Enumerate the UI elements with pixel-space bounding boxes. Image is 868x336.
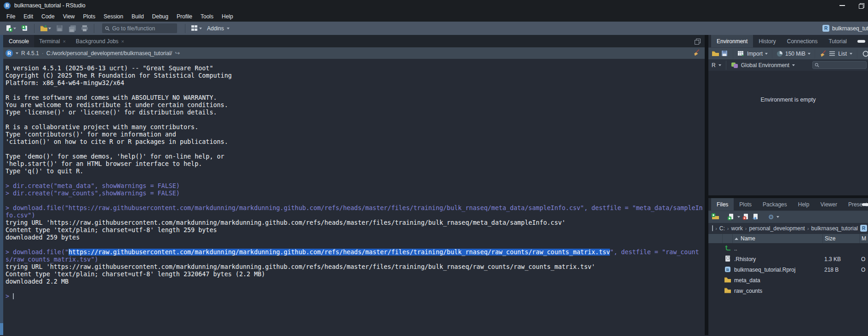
save-all-button[interactable] (67, 24, 77, 33)
menu-plots[interactable]: Plots (79, 12, 100, 21)
tab-background-jobs[interactable]: Background Jobs× (71, 35, 129, 47)
rename-file-icon[interactable] (752, 213, 759, 221)
files-tab-packages[interactable]: Packages (757, 198, 793, 211)
environment-tab-tutorial[interactable]: Tutorial (823, 35, 852, 47)
panes-layout-button[interactable] (190, 24, 203, 33)
import-caret-icon[interactable] (765, 53, 768, 55)
delete-file-icon[interactable] (742, 213, 750, 221)
file-row--Rhistory[interactable]: .Rhistory1.3 KBO (708, 254, 868, 264)
close-tab-icon[interactable]: × (63, 39, 65, 44)
breadcrumb-segment[interactable]: bulkrnaseq_tutorial (811, 225, 858, 232)
vertical-pane-splitter[interactable] (705, 35, 708, 335)
load-workspace-icon[interactable] (712, 50, 719, 57)
menu-profile[interactable]: Profile (172, 12, 196, 21)
breadcrumb-segment[interactable]: personal_development (749, 225, 805, 232)
clear-objects-broom-icon[interactable] (819, 50, 827, 57)
menu-edit[interactable]: Edit (19, 12, 37, 21)
display-mode-button[interactable]: List (838, 51, 847, 57)
save-button[interactable] (55, 24, 65, 33)
close-tab-icon[interactable]: × (121, 39, 124, 44)
menu-code[interactable]: Code (37, 12, 59, 21)
console-text: > download.file("https://raw.githubuserc… (6, 205, 703, 211)
environment-search-input[interactable] (819, 63, 864, 68)
scope-caret-icon[interactable] (792, 64, 795, 66)
list-caret-icon[interactable] (850, 53, 852, 55)
goto-directory-icon[interactable]: ↪ (175, 50, 180, 57)
addins-button[interactable]: Addins (206, 24, 231, 33)
project-menu-button[interactable]: R bulkrnaseq_tuto (822, 22, 868, 35)
breadcrumb-root-icon[interactable] (712, 225, 713, 231)
environment-stack-icon (731, 62, 738, 68)
restore-panes-icon[interactable] (695, 39, 700, 44)
console-left-strip (0, 35, 3, 335)
modified-column-header[interactable]: M (859, 234, 868, 243)
environment-search[interactable] (812, 61, 867, 69)
files-tab-viewer[interactable]: Viewer (815, 198, 842, 211)
more-caret-icon[interactable] (776, 216, 779, 218)
menu-build[interactable]: Build (127, 12, 148, 21)
console-line: R is a collaborative project with many c… (6, 124, 705, 131)
new-file-icon[interactable] (728, 213, 735, 221)
minimize-pane-icon[interactable] (857, 40, 865, 43)
file-name[interactable]: bulkrnaseq_tutorial.Rproj (732, 267, 822, 273)
panes-grid-icon (191, 25, 198, 32)
file-name[interactable]: raw_counts (732, 288, 822, 294)
menu-view[interactable]: View (59, 12, 79, 21)
console-output[interactable]: R version 4.5.1 (2025-06-13 ucrt) -- "Gr… (0, 59, 705, 300)
environment-scope-selector[interactable]: Global Environment (741, 62, 789, 68)
tab-console[interactable]: Console (4, 35, 34, 47)
goto-file-search[interactable] (102, 23, 177, 33)
memory-caret-icon[interactable] (808, 53, 811, 55)
environment-tab-history[interactable]: History (753, 35, 781, 47)
file-row-raw-counts[interactable]: raw_counts (708, 285, 868, 296)
breadcrumb-segment[interactable]: work (731, 225, 742, 232)
new-project-button[interactable]: R (20, 24, 30, 33)
goto-file-input[interactable] (112, 25, 174, 32)
size-column-header[interactable]: Size (822, 234, 859, 243)
environment-tab-environment[interactable]: Environment (711, 35, 753, 47)
r-session-icon[interactable]: R (6, 50, 13, 57)
file-name[interactable]: .. (732, 245, 822, 252)
console-text: Platform: x86_64-w64-mingw32/x64 (6, 80, 124, 86)
menu-tools[interactable]: Tools (196, 12, 218, 21)
files-tab-plots[interactable]: Plots (734, 198, 757, 211)
tab-terminal[interactable]: Terminal× (34, 35, 71, 47)
menu-debug[interactable]: Debug (148, 12, 172, 21)
refresh-icon[interactable] (862, 50, 868, 57)
window-restore-icon[interactable] (859, 3, 863, 8)
breadcrumb-segment[interactable]: C: (719, 225, 725, 232)
tab-label: Console (9, 38, 29, 45)
file-name[interactable]: .Rhistory (732, 256, 822, 262)
open-file-button[interactable] (39, 24, 52, 33)
r-session-caret-icon[interactable] (16, 52, 18, 54)
clear-console-broom-icon[interactable] (693, 49, 700, 56)
file-row--[interactable]: .. (708, 243, 868, 254)
new-folder-icon[interactable] (712, 213, 719, 221)
files-tab-help[interactable]: Help (793, 198, 815, 211)
memory-usage-button[interactable]: 150 MiB (785, 51, 805, 57)
print-button[interactable] (80, 24, 90, 33)
menu-help[interactable]: Help (218, 12, 237, 21)
select-all-column-header[interactable] (708, 234, 722, 243)
language-caret-icon[interactable] (719, 64, 721, 66)
more-gear-icon[interactable]: ⚙ (768, 214, 774, 220)
project-root-icon[interactable]: R (860, 225, 867, 232)
save-workspace-icon[interactable] (721, 50, 729, 57)
file-row-bulkrnaseq-tutorial-Rproj[interactable]: Rbulkrnaseq_tutorial.Rproj218 BO (708, 264, 868, 275)
minimize-pane-icon[interactable] (862, 203, 868, 206)
console-line: Type 'contributors()' for more informati… (6, 131, 705, 138)
file-name[interactable]: meta_data (732, 277, 822, 284)
window-minimize-icon[interactable] (839, 5, 845, 6)
environment-tab-connections[interactable]: Connections (782, 35, 823, 47)
file-row-meta-data[interactable]: meta_data (708, 275, 868, 285)
new-file-caret-icon[interactable] (737, 216, 740, 218)
files-tab-bar: FilesPlotsPackagesHelpViewerPresentation (708, 198, 868, 211)
name-column-header[interactable]: Name (732, 234, 822, 243)
menu-session[interactable]: Session (99, 12, 127, 21)
files-tab-files[interactable]: Files (711, 198, 734, 211)
import-dataset-button[interactable]: Import (747, 51, 763, 57)
new-file-button[interactable] (4, 24, 17, 33)
menu-file[interactable]: File (2, 12, 19, 21)
language-selector[interactable]: R (712, 62, 716, 68)
breadcrumb-chevron-icon: › (727, 226, 729, 231)
